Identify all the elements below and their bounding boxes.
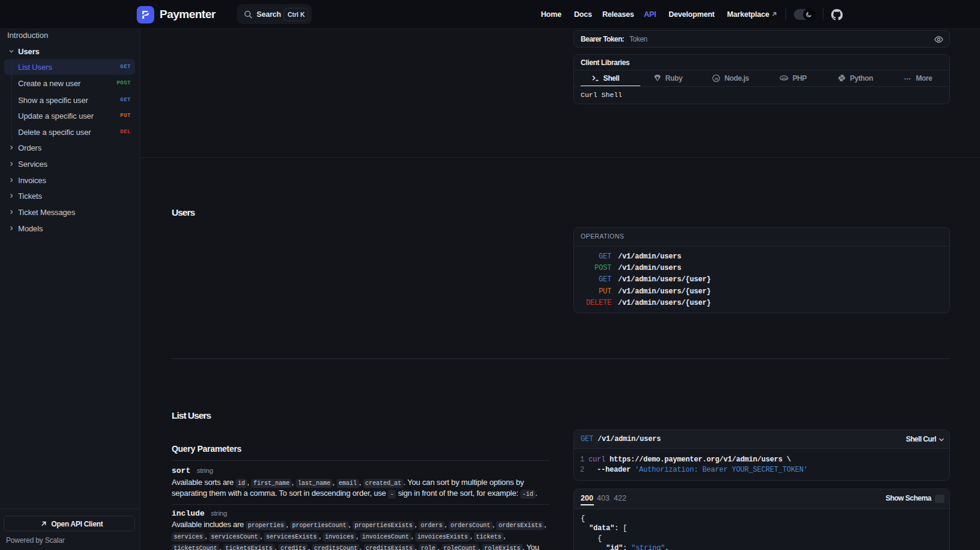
svg-text:JS: JS	[714, 77, 719, 80]
svg-text:php: php	[781, 77, 788, 80]
